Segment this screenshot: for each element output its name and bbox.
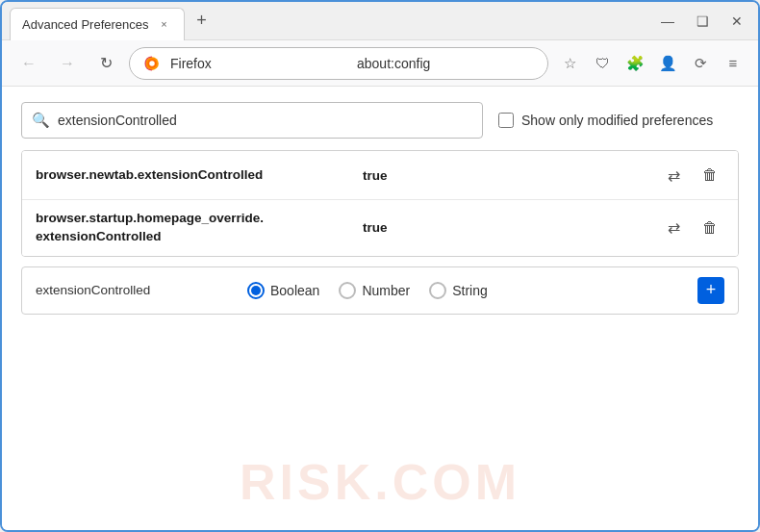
show-modified-text: Show only modified preferences: [521, 113, 713, 128]
show-modified-label[interactable]: Show only modified preferences: [498, 113, 713, 128]
close-button[interactable]: ✕: [723, 8, 750, 35]
transfer-icon-2: ⇄: [668, 218, 680, 237]
search-container: 🔍 Show only modified preferences: [21, 102, 739, 139]
transfer-icon-1: ⇄: [668, 166, 680, 185]
delete-button-2[interactable]: 🗑: [696, 214, 724, 242]
trash-icon-1: 🗑: [702, 166, 718, 184]
title-bar: Advanced Preferences × + — ❑ ✕: [2, 2, 758, 40]
active-tab[interactable]: Advanced Preferences ×: [10, 8, 185, 40]
profile-icon[interactable]: 👤: [654, 50, 681, 77]
sync-icon[interactable]: ⟳: [687, 50, 714, 77]
restore-button[interactable]: ❑: [689, 8, 716, 35]
radio-string-label: String: [452, 283, 488, 298]
trash-icon-2: 🗑: [702, 219, 718, 237]
bookmark-icon[interactable]: ☆: [556, 50, 583, 77]
toggle-button-2[interactable]: ⇄: [659, 214, 688, 242]
watermark: RISK.COM: [240, 453, 520, 511]
pref-value-2: true: [363, 220, 659, 235]
radio-number-circle: [339, 282, 356, 299]
extension-icon[interactable]: 🧩: [621, 50, 648, 77]
add-preference-row: extensionControlled Boolean Number Strin…: [21, 266, 739, 315]
search-icon: 🔍: [32, 112, 50, 129]
pref-name-1: browser.newtab.extensionControlled: [36, 166, 363, 185]
search-input[interactable]: [58, 113, 472, 128]
svg-point-2: [149, 61, 155, 66]
pref-name-2: browser.startup.homepage_override.extens…: [36, 210, 363, 246]
add-pref-name: extensionControlled: [36, 283, 228, 297]
radio-number[interactable]: Number: [339, 282, 410, 299]
radio-string-circle: [429, 282, 446, 299]
shield-icon[interactable]: 🛡: [589, 50, 616, 77]
tab-title: Advanced Preferences: [22, 17, 149, 32]
table-row: browser.startup.homepage_override.extens…: [22, 200, 738, 256]
type-radio-group: Boolean Number String: [247, 282, 488, 299]
pref-actions-1: ⇄ 🗑: [659, 161, 724, 190]
nav-icon-group: ☆ 🛡 🧩 👤 ⟳ ≡: [556, 50, 747, 77]
browser-label: Firefox: [170, 56, 349, 71]
new-tab-button[interactable]: +: [189, 8, 215, 35]
preference-search-bar[interactable]: 🔍: [21, 102, 483, 139]
preferences-table: browser.newtab.extensionControlled true …: [21, 150, 739, 257]
address-bar[interactable]: Firefox about:config: [129, 47, 548, 80]
add-preference-button[interactable]: +: [697, 277, 724, 304]
tab-close-button[interactable]: ×: [157, 16, 172, 32]
radio-boolean-circle: [247, 282, 265, 299]
delete-button-1[interactable]: 🗑: [696, 161, 724, 190]
window-controls: — ❑ ✕: [654, 8, 750, 35]
page-content: 🔍 Show only modified preferences browser…: [2, 87, 758, 530]
firefox-logo-icon: [141, 53, 163, 74]
reload-button[interactable]: ↻: [90, 48, 121, 79]
forward-button[interactable]: →: [52, 48, 83, 79]
radio-string[interactable]: String: [429, 282, 488, 299]
back-button[interactable]: ←: [13, 48, 44, 79]
table-row: browser.newtab.extensionControlled true …: [22, 151, 738, 200]
radio-boolean[interactable]: Boolean: [247, 282, 319, 299]
minimize-button[interactable]: —: [654, 8, 681, 35]
radio-number-label: Number: [362, 283, 410, 298]
show-modified-checkbox[interactable]: [498, 113, 514, 128]
address-text: about:config: [357, 56, 536, 71]
menu-icon[interactable]: ≡: [720, 50, 747, 77]
toggle-button-1[interactable]: ⇄: [659, 161, 688, 190]
pref-value-1: true: [363, 168, 659, 183]
navigation-bar: ← → ↻ Firefox about:config ☆ 🛡 🧩 👤 ⟳ ≡: [2, 40, 758, 87]
radio-boolean-label: Boolean: [270, 283, 319, 298]
browser-window: Advanced Preferences × + — ❑ ✕ ← → ↻ Fir…: [0, 0, 760, 532]
pref-actions-2: ⇄ 🗑: [659, 214, 724, 242]
